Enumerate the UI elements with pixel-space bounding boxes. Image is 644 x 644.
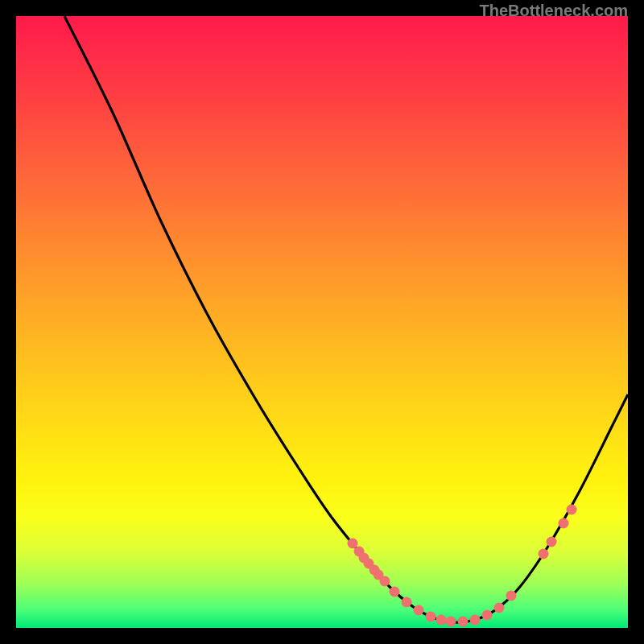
data-marker bbox=[506, 591, 517, 601]
data-marker bbox=[482, 610, 493, 621]
bottleneck-curve bbox=[64, 16, 628, 622]
data-marker bbox=[390, 587, 400, 597]
data-marker bbox=[567, 505, 577, 515]
data-marker bbox=[426, 612, 436, 622]
data-marker bbox=[436, 615, 447, 625]
data-marker bbox=[402, 597, 412, 608]
data-marker bbox=[547, 537, 557, 547]
data-marker bbox=[380, 576, 390, 587]
data-marker bbox=[470, 615, 481, 625]
data-marker bbox=[559, 518, 569, 529]
chart-svg bbox=[16, 16, 628, 628]
chart-plot-area bbox=[16, 16, 628, 628]
data-marker bbox=[414, 605, 424, 616]
data-markers bbox=[348, 505, 577, 627]
watermark-text: TheBottleneck.com bbox=[480, 2, 628, 20]
data-marker bbox=[446, 617, 456, 627]
data-marker bbox=[539, 549, 549, 559]
data-marker bbox=[494, 603, 505, 613]
data-marker bbox=[458, 617, 469, 627]
